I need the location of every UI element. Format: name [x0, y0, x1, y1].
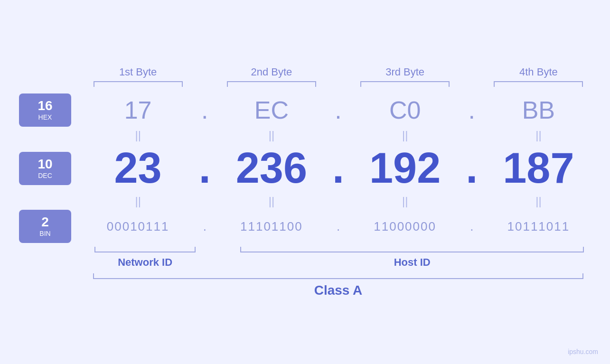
dec-b1: 23 — [114, 144, 162, 193]
dot-dec-1: . — [199, 144, 211, 193]
eq5: || — [135, 195, 141, 208]
byte1-top-bracket — [94, 81, 183, 87]
byte4-top-bracket — [494, 81, 583, 87]
dot-bin-3: . — [470, 219, 473, 234]
bin-b3: 11000000 — [374, 219, 436, 234]
bin-b2: 11101100 — [240, 219, 303, 234]
network-id-bracket — [94, 247, 196, 252]
hex-base-label: HEX — [38, 113, 52, 121]
hex-base-number: 16 — [38, 99, 52, 112]
dot-bin-2: . — [337, 219, 340, 234]
bin-badge: 2 BIN — [19, 210, 71, 243]
dot-bin-1: . — [203, 219, 206, 234]
byte2-label: 2nd Byte — [251, 66, 292, 78]
bin-base-label: BIN — [39, 230, 50, 237]
dec-b4: 187 — [503, 144, 574, 193]
hex-b1: 17 — [124, 96, 152, 124]
dec-b2: 236 — [236, 144, 307, 193]
dec-badge: 10 DEC — [19, 152, 71, 185]
bin-b4: 10111011 — [507, 219, 570, 234]
dot-dec-3: . — [466, 144, 478, 193]
eq7: || — [402, 195, 408, 208]
class-bracket — [93, 273, 583, 279]
dot-hex-3: . — [469, 96, 475, 124]
watermark: ipshu.com — [568, 348, 598, 355]
byte2-top-bracket — [227, 81, 316, 87]
eq2: || — [269, 129, 274, 142]
dot-dec-2: . — [332, 144, 344, 193]
eq3: || — [402, 129, 408, 142]
eq1: || — [135, 129, 141, 142]
host-id-label: Host ID — [394, 256, 431, 269]
dot-hex-1: . — [201, 96, 208, 124]
dec-base-label: DEC — [38, 172, 52, 179]
eq4: || — [535, 129, 541, 142]
hex-b2: EC — [254, 96, 289, 124]
dec-b3: 192 — [369, 144, 441, 193]
byte3-top-bracket — [360, 81, 450, 87]
eq8: || — [535, 195, 541, 208]
byte4-label: 4th Byte — [519, 66, 558, 78]
byte1-label: 1st Byte — [119, 66, 157, 78]
dot-hex-2: . — [335, 96, 341, 124]
byte3-label: 3rd Byte — [385, 66, 424, 78]
eq6: || — [269, 195, 274, 208]
class-label: Class A — [314, 283, 363, 298]
host-id-bracket — [240, 247, 584, 252]
hex-b3: C0 — [389, 96, 421, 124]
hex-b4: BB — [522, 96, 555, 124]
network-id-label: Network ID — [118, 256, 172, 269]
dec-base-number: 10 — [38, 158, 52, 171]
bin-b1: 00010111 — [107, 219, 169, 234]
hex-badge: 16 HEX — [19, 93, 71, 127]
bin-base-number: 2 — [41, 215, 49, 229]
